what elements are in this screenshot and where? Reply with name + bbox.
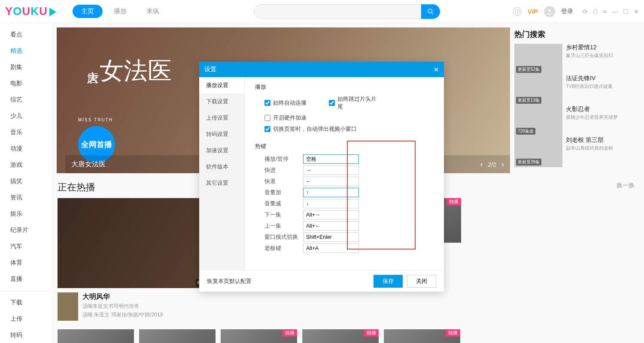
sidebar-item[interactable]: 动漫 — [0, 141, 52, 157]
hotkey-input[interactable] — [303, 199, 359, 208]
vip-link[interactable]: VIP — [528, 8, 538, 15]
hot-search-item[interactable]: 更新至13集法证先锋IVTVB经典回归港式破案 — [514, 75, 639, 105]
search-button[interactable] — [421, 4, 440, 19]
sidebar-tool[interactable]: 上传 — [0, 311, 52, 327]
minimize-icon[interactable]: — — [612, 8, 618, 15]
sidebar-item[interactable]: 电影 — [0, 75, 52, 92]
modal-footer: 恢复本页默认配置 保存 关闭 — [199, 270, 444, 292]
checkbox-input[interactable] — [264, 115, 270, 121]
refresh-button[interactable]: 换一换 — [617, 182, 635, 190]
modal-nav-item[interactable]: 转码设置 — [199, 126, 244, 142]
logo[interactable]: YOUKU — [5, 5, 56, 18]
hot-search-panel: 热门搜索 更新至52集乡村爱情12象牙山三巨头爆笑回归更新至13集法证先锋IVT… — [514, 27, 639, 173]
sidebar-item[interactable]: 纪录片 — [0, 222, 52, 238]
sidebar-item[interactable]: 音乐 — [0, 124, 52, 141]
settings-modal: 设置 × 播放设置下载设置上传设置转码设置加速设置软件版本其它设置 播放 始终自… — [199, 62, 444, 292]
video-card[interactable]: 独播天衣小裁缝·爆笑逆袭文松变总裁 关婷娜驯夫 — [221, 329, 297, 343]
nav-tab-play[interactable]: 播放 — [105, 5, 135, 18]
pager-prev-icon[interactable]: ‹ — [480, 160, 483, 169]
modal-nav-item[interactable]: 其它设置 — [199, 175, 244, 191]
nav-tab-laifeng[interactable]: 来疯 — [138, 5, 168, 18]
sidebar-item[interactable]: 直播 — [0, 271, 52, 287]
pager-next-icon[interactable]: › — [501, 160, 504, 169]
modal-nav-item[interactable]: 软件版本 — [199, 159, 244, 175]
svg-point-0 — [428, 9, 432, 13]
sidebar-tool[interactable]: 转码 — [0, 327, 52, 343]
hotkey-input[interactable] — [303, 210, 359, 220]
save-button[interactable]: 保存 — [374, 275, 403, 288]
sidebar-item[interactable]: 资讯 — [0, 190, 52, 206]
hot-search-thumb: 更新至28集 — [514, 136, 562, 167]
sidebar-item[interactable]: 剧集 — [0, 59, 52, 75]
hot-search-thumb: 720集全 — [514, 105, 562, 136]
checkbox-input[interactable] — [329, 100, 335, 106]
modal-title: 设置 — [204, 66, 216, 73]
hotkey-row: 音量加 — [264, 188, 434, 197]
hotkey-label: 下一集 — [264, 211, 303, 219]
sidebar-item[interactable]: 看点 — [0, 27, 52, 43]
sidebar-item[interactable]: 搞笑 — [0, 173, 52, 190]
hot-search-thumb: 更新至52集 — [514, 44, 562, 75]
hotkey-row: 下一集 — [264, 210, 434, 220]
sidebar-item[interactable]: 汽车 — [0, 238, 52, 255]
hotkey-input[interactable] — [303, 177, 359, 186]
sidebar-tool[interactable]: 下载 — [0, 295, 52, 311]
hotkey-input[interactable] — [303, 154, 359, 164]
featured-desc: 汤唯朱亚文书写明代传奇 — [82, 303, 216, 310]
sidebar-item[interactable]: 少儿 — [0, 108, 52, 124]
modal-nav-item[interactable]: 下载设置 — [199, 93, 244, 110]
modal-nav: 播放设置下载设置上传设置转码设置加速设置软件版本其它设置 — [199, 77, 245, 270]
refresh-icon[interactable]: ⟳ — [583, 8, 588, 15]
svg-point-3 — [548, 9, 550, 11]
section-play-label: 播放 — [255, 83, 434, 91]
sidebar-item[interactable]: 娱乐 — [0, 206, 52, 222]
video-card[interactable]: 独播02-29期非诚勿扰·太卑微男嘉宾屡经常被使唤像保姆 — [384, 329, 460, 343]
hotkey-input[interactable] — [303, 188, 359, 197]
nav-tab-home[interactable]: 主页 — [73, 5, 103, 18]
hotkey-label: 播放/暂停 — [264, 155, 303, 163]
video-card[interactable]: 火线行动林雪GAI爷热血开战 — [58, 329, 134, 343]
modal-nav-item[interactable]: 播放设置 — [199, 77, 244, 93]
hotkey-input[interactable] — [303, 221, 359, 231]
hotkey-input[interactable] — [303, 165, 359, 175]
close-icon[interactable]: × — [434, 65, 439, 75]
checkbox-option[interactable]: 始终自动连播 — [264, 95, 316, 111]
maximize-icon[interactable]: ☐ — [623, 8, 629, 15]
checkbox-option[interactable]: 切换页签时，自动弹出视频小窗口 — [264, 125, 376, 133]
hot-search-item[interactable]: 更新至28集刘老根 第三部赵本山再续经典刘老根 — [514, 136, 639, 167]
sidebar-item[interactable]: 游戏 — [0, 157, 52, 173]
history-icon[interactable] — [513, 7, 522, 16]
hot-search-item[interactable]: 720集全火影忍者孤独少年忍者世界英雄梦 — [514, 105, 639, 136]
checkbox-option[interactable]: 开启硬件加速 — [264, 114, 316, 122]
hotkey-label: 音量加 — [264, 189, 303, 196]
video-card[interactable]: 独播03-01期新相亲大会肌肉男集体上演 "公主抱" — [302, 329, 379, 343]
login-link[interactable]: 登录 — [561, 8, 573, 15]
close-window-icon[interactable]: ✕ — [634, 8, 639, 15]
poster-thumb — [58, 292, 78, 321]
sidebar-item[interactable]: 体育 — [0, 255, 52, 271]
sidebar-item[interactable]: 精选 — [0, 43, 52, 59]
close-button[interactable]: 关闭 — [407, 275, 436, 288]
modal-nav-item[interactable]: 加速设置 — [199, 142, 244, 159]
hotkey-input[interactable] — [303, 244, 359, 253]
modal-header: 设置 × — [199, 62, 444, 77]
modal-nav-item[interactable]: 上传设置 — [199, 110, 244, 126]
skin-icon[interactable]: ⬡ — [593, 8, 598, 15]
hotkey-label: 上一集 — [264, 222, 303, 230]
search-input[interactable] — [254, 4, 421, 19]
modal-content: 播放 始终自动连播始终跳过片头片尾开启硬件加速切换页签时，自动弹出视频小窗口 热… — [245, 77, 444, 270]
menu-icon[interactable]: ≡ — [603, 8, 607, 15]
sidebar-item[interactable]: 综艺 — [0, 92, 52, 108]
restore-defaults-link[interactable]: 恢复本页默认配置 — [207, 277, 252, 285]
checkbox-input[interactable] — [264, 100, 270, 106]
checkbox-input[interactable] — [264, 126, 270, 132]
hotkey-row: 快进 — [264, 165, 434, 175]
hot-search-item[interactable]: 更新至52集乡村爱情12象牙山三巨头爆笑回归 — [514, 44, 639, 75]
topbar: YOUKU 主页 播放 来疯 VIP 登录 ⟳ ⬡ ≡ — ☐ ✕ — [0, 0, 644, 23]
checkbox-option[interactable]: 始终跳过片头片尾 — [329, 95, 380, 111]
hotkey-input[interactable] — [303, 232, 359, 242]
avatar-icon[interactable] — [544, 6, 555, 17]
featured-card[interactable]: 64集全 大明风华 汤唯朱亚文书写明代传奇 汤唯 朱亚文 邓家佳/张挺/中国/2… — [58, 198, 216, 321]
video-card[interactable]: 01-30期我想开个店•太难了吴宣仪开店的N种首次尝试 — [139, 329, 216, 343]
hot-search-title: 热门搜索 — [514, 27, 639, 41]
